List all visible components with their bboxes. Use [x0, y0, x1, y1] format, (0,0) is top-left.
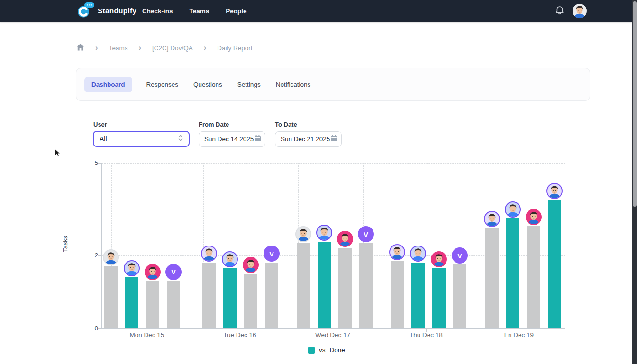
x-axis-label: Wed Dec 17 — [302, 331, 364, 338]
x-axis-label: Fri Dec 19 — [488, 331, 550, 338]
nav-item-people[interactable]: People — [226, 8, 246, 15]
legend-label-done: Done — [330, 346, 345, 354]
avatar-man-purple — [485, 212, 499, 226]
top-navbar: Standupify Check-ins Teams People — [0, 0, 637, 22]
chart-bar-fri-2[interactable] — [527, 226, 540, 328]
calendar-icon — [254, 134, 262, 144]
nav-item-teams[interactable]: Teams — [190, 8, 209, 15]
avatar-man-pink — [527, 210, 541, 224]
avatar-man-pink — [146, 265, 160, 279]
home-icon[interactable] — [76, 43, 84, 53]
avatar-man-pink — [338, 232, 352, 246]
tab-questions[interactable]: Questions — [192, 77, 223, 92]
avatar-man-purple — [547, 184, 562, 198]
nav-item-checkins[interactable]: Check-ins — [142, 8, 173, 15]
avatar-boy-purple — [223, 252, 237, 266]
y-axis-tick-mark — [98, 255, 101, 256]
brand-logo[interactable]: Standupify — [77, 0, 136, 22]
chart-bar-wed-2[interactable] — [338, 248, 352, 328]
vertical-gridline — [564, 163, 564, 328]
to-date-input[interactable]: Sun Dec 21 2025 — [275, 131, 342, 147]
chart-legend: vs Done — [308, 346, 345, 354]
from-date-label: From Date — [199, 121, 229, 128]
chart-bar-wed-3[interactable] — [359, 243, 373, 328]
x-axis-line — [101, 328, 565, 329]
y-axis-tick-label: 2 — [88, 252, 98, 259]
breadcrumb-team-name[interactable]: [C2C] Dov/QA — [152, 45, 193, 52]
scrollbar-track[interactable] — [632, 0, 637, 364]
chart-bar-thu-1[interactable] — [411, 263, 425, 328]
bell-icon[interactable] — [555, 5, 564, 17]
avatar-initial-v: V — [264, 246, 279, 261]
chart-bar-mon-2[interactable] — [146, 281, 159, 328]
user-filter-label: User — [93, 121, 107, 128]
y-axis-tick-label: 5 — [88, 159, 98, 166]
chart-bar-tue-1[interactable] — [223, 268, 237, 328]
nav-links: Check-ins Teams People — [142, 0, 247, 22]
avatar-man-purple — [390, 245, 404, 259]
chart-plot-area: V V — [102, 163, 565, 328]
tabs-card: Dashboard Responses Questions Settings N… — [76, 68, 590, 101]
avatar-boy-purple — [125, 261, 139, 275]
chart-bar-wed-0[interactable] — [297, 243, 310, 328]
legend-swatch — [308, 347, 315, 354]
avatar-initial-v: V — [453, 248, 467, 263]
nav-right — [555, 0, 587, 22]
to-date-label: To Date — [275, 121, 297, 128]
chart-bar-thu-2[interactable] — [432, 268, 446, 328]
avatar-initial-v: V — [166, 265, 181, 279]
tab-dashboard[interactable]: Dashboard — [84, 77, 132, 92]
mouse-cursor-icon — [55, 148, 61, 160]
y-axis-tick-mark — [98, 163, 101, 164]
breadcrumb-teams[interactable]: Teams — [109, 45, 128, 52]
y-axis-title: Tasks — [62, 228, 69, 261]
select-chevron-updown-icon — [177, 134, 184, 144]
chart-bar-mon-0[interactable] — [104, 266, 118, 328]
from-date-value: Sun Dec 14 2025 — [204, 136, 254, 143]
breadcrumb-chevron-icon: › — [95, 46, 98, 50]
chart-bar-tue-3[interactable] — [265, 263, 278, 328]
chart-bar-tue-2[interactable] — [244, 274, 257, 329]
chart-bar-tue-0[interactable] — [202, 263, 216, 328]
chart-bar-mon-3[interactable] — [167, 281, 180, 328]
avatar-man-gray — [296, 227, 310, 241]
avatar-boy-purple — [411, 246, 425, 261]
brand-name: Standupify — [98, 7, 136, 15]
avatar-man-gray — [104, 250, 118, 264]
avatar-man-pink — [244, 258, 258, 272]
breadcrumb-daily-report[interactable]: Daily Report — [217, 45, 252, 52]
standupify-logo-icon — [77, 2, 95, 20]
avatar-boy-purple — [317, 226, 331, 240]
user-select[interactable]: All — [93, 131, 190, 147]
app-window: Standupify Check-ins Teams People — [0, 0, 637, 364]
chart-bar-fri-0[interactable] — [485, 228, 499, 329]
x-axis-label: Mon Dec 15 — [116, 331, 178, 338]
chart-bar-fri-3[interactable] — [548, 200, 561, 328]
tab-settings[interactable]: Settings — [237, 77, 262, 92]
avatar-man-pink — [432, 252, 446, 266]
x-axis-label: Thu Dec 18 — [395, 331, 457, 338]
avatar-boy-purple — [506, 202, 520, 217]
horizontal-gridline — [102, 163, 565, 164]
chart-bar-thu-0[interactable] — [391, 261, 404, 328]
chart-bar-fri-1[interactable] — [506, 218, 519, 328]
y-axis-tick-mark — [98, 328, 101, 329]
avatar-man-purple — [202, 246, 216, 261]
avatar-initial-v: V — [359, 227, 373, 241]
chart-bar-wed-1[interactable] — [318, 242, 331, 328]
calendar-icon — [330, 134, 338, 144]
user-select-value: All — [100, 135, 177, 143]
chart-bar-mon-1[interactable] — [125, 277, 138, 328]
tab-notifications[interactable]: Notifications — [275, 77, 312, 92]
to-date-value: Sun Dec 21 2025 — [281, 136, 330, 143]
legend-label-vs: vs — [319, 346, 326, 354]
x-axis-label: Tue Dec 16 — [209, 331, 271, 338]
chart-bar-thu-3[interactable] — [453, 264, 466, 328]
user-avatar[interactable] — [573, 4, 587, 18]
breadcrumb: › Teams › [C2C] Dov/QA › Daily Report — [76, 43, 253, 53]
breadcrumb-chevron-icon: › — [138, 46, 141, 50]
from-date-input[interactable]: Sun Dec 14 2025 — [199, 131, 265, 147]
scrollbar-thumb[interactable] — [633, 1, 637, 207]
tab-responses[interactable]: Responses — [146, 77, 180, 92]
breadcrumb-chevron-icon: › — [204, 46, 207, 50]
